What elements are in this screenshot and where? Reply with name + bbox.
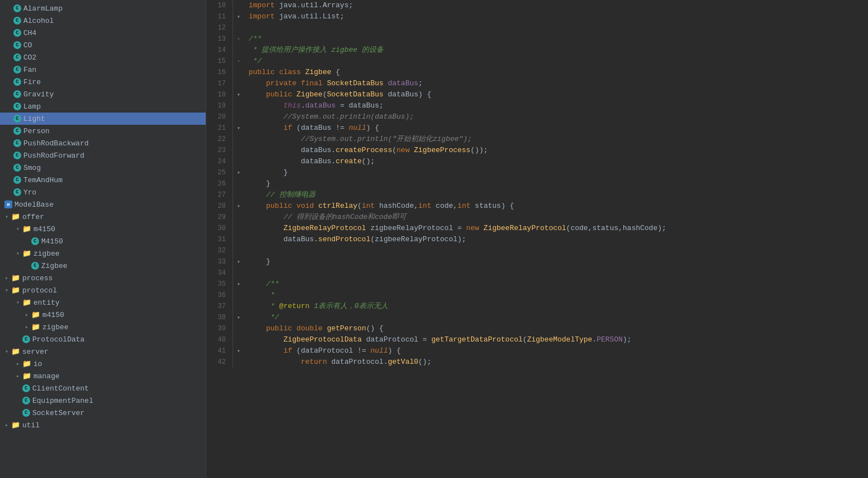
code-line-34: 34 xyxy=(206,267,868,279)
folder-icon: 📁 xyxy=(31,310,40,319)
tree-item-protocol[interactable]: 📁 protocol xyxy=(0,284,206,296)
tree-item-zigbee-folder[interactable]: 📁 zigbee xyxy=(0,247,206,260)
code-line-12: 12 xyxy=(206,22,868,33)
tree-label: ClientContent xyxy=(32,384,89,393)
tree-item-m4150-class[interactable]: C M4150 xyxy=(0,235,206,247)
class-icon: C xyxy=(13,90,21,98)
code-content: /** xyxy=(244,33,868,45)
line-number: 25 xyxy=(206,167,233,178)
chevron-right-icon xyxy=(2,421,11,430)
code-line-11: 11 ▾ import java.util.List; xyxy=(206,11,868,22)
file-tree[interactable]: C AlarmLamp C Alcohol C CH4 C CO C CO2 C… xyxy=(0,0,206,478)
fold-gutter[interactable]: ▾ xyxy=(233,123,244,134)
tree-item-co[interactable]: C CO xyxy=(0,39,206,51)
fold-gutter[interactable]: ▾ xyxy=(233,312,244,323)
tree-item-smog[interactable]: C Smog xyxy=(0,162,206,174)
code-content: public class Zigbee { xyxy=(244,67,868,78)
tree-item-util[interactable]: 📁 util xyxy=(0,419,206,431)
code-line-22: 22 //System.out.println("开始初始化zigbee"); xyxy=(206,134,868,145)
fold-gutter xyxy=(233,22,244,33)
code-line-36: 36 * xyxy=(206,290,868,301)
tree-item-light[interactable]: C Light xyxy=(0,113,206,125)
line-number: 38 xyxy=(206,312,233,323)
chevron-down-icon xyxy=(13,225,22,233)
code-line-14: 14 * 提供给用户操作接入 zigbee 的设备 xyxy=(206,45,868,56)
code-line-19: 19 this.dataBus = dataBus; xyxy=(206,100,868,111)
tree-item-yro[interactable]: C Yro xyxy=(0,186,206,198)
tree-item-process[interactable]: 📁 process xyxy=(0,272,206,284)
tree-item-m4150-entity[interactable]: 📁 m4150 xyxy=(0,309,206,321)
fold-gutter xyxy=(233,301,244,312)
class-icon: C xyxy=(13,17,21,25)
code-line-41: 41 ▾ if (dataProtocol != null) { xyxy=(206,345,868,357)
code-editor[interactable]: 10 import java.util.Arrays; 11 ▾ import … xyxy=(206,0,868,478)
tree-item-io[interactable]: 📁 io xyxy=(0,358,206,370)
fold-gutter xyxy=(233,189,244,201)
tree-item-fire[interactable]: C Fire xyxy=(0,76,206,88)
code-content: // 得到设备的hashCode和code即可 xyxy=(244,212,868,223)
chevron-down-icon xyxy=(13,298,22,307)
code-content: * xyxy=(244,290,868,301)
fold-gutter[interactable]: ▾ xyxy=(233,279,244,290)
tree-label: io xyxy=(33,360,42,368)
tree-item-co2[interactable]: C CO2 xyxy=(0,51,206,64)
tree-item-socketserver[interactable]: C SocketServer xyxy=(0,407,206,419)
fold-gutter[interactable]: ▾ xyxy=(233,11,244,22)
tree-item-alcohol[interactable]: C Alcohol xyxy=(0,14,206,27)
class-icon: C xyxy=(13,115,21,123)
line-number: 31 xyxy=(206,234,233,245)
tree-label: zigbee xyxy=(33,250,60,258)
code-content: import java.util.List; xyxy=(244,11,868,22)
tree-item-temandhum[interactable]: C TemAndHum xyxy=(0,174,206,186)
tree-item-modelbase[interactable]: M ModelBase xyxy=(0,198,206,211)
chevron-down-icon xyxy=(2,347,11,356)
tree-item-zigbee-class[interactable]: C Zigbee xyxy=(0,260,206,272)
tree-label: Light xyxy=(23,115,45,123)
tree-label: offer xyxy=(22,213,44,221)
tree-item-entity[interactable]: 📁 entity xyxy=(0,296,206,309)
code-line-30: 30 ZigbeeRelayProtocol zigbeeRelayProtoc… xyxy=(206,223,868,234)
fold-gutter[interactable]: ▾ xyxy=(233,201,244,212)
tree-item-ch4[interactable]: C CH4 xyxy=(0,27,206,39)
fold-gutter xyxy=(233,111,244,123)
class-icon: C xyxy=(22,397,30,404)
tree-label: manage xyxy=(33,372,60,381)
tree-item-person[interactable]: C Person xyxy=(0,125,206,137)
fold-gutter[interactable]: ▾ xyxy=(233,89,244,100)
fold-gutter[interactable]: ▾ xyxy=(233,256,244,267)
tree-item-clientcontent[interactable]: C ClientContent xyxy=(0,382,206,394)
chevron-down-icon xyxy=(2,212,11,221)
fold-gutter[interactable]: ▾ xyxy=(233,345,244,357)
tree-item-offer[interactable]: 📁 offer xyxy=(0,211,206,223)
tree-item-pushrodforward[interactable]: C PushRodForward xyxy=(0,149,206,162)
fold-gutter[interactable]: ▾ xyxy=(233,167,244,178)
tree-item-server[interactable]: 📁 server xyxy=(0,345,206,358)
tree-item-gravity[interactable]: C Gravity xyxy=(0,88,206,100)
line-number: 39 xyxy=(206,323,233,334)
tree-item-pushrodbackward[interactable]: C PushRodBackward xyxy=(0,137,206,149)
line-number: 33 xyxy=(206,256,233,267)
tree-item-fan[interactable]: C Fan xyxy=(0,64,206,76)
folder-icon: 📁 xyxy=(11,212,20,221)
tree-item-equipmentpanel[interactable]: C EquipmentPanel xyxy=(0,394,206,407)
tree-item-alarmlamp[interactable]: C AlarmLamp xyxy=(0,2,206,14)
line-number: 24 xyxy=(206,156,233,167)
tree-item-m4150-folder[interactable]: 📁 m4150 xyxy=(0,223,206,235)
folder-icon: 📁 xyxy=(31,323,40,331)
tree-item-protocoldata[interactable]: C ProtocolData xyxy=(0,333,206,345)
tree-item-zigbee-entity[interactable]: 📁 zigbee xyxy=(0,321,206,333)
code-line-31: 31 dataBus.sendProtocol(zigbeeRelayProto… xyxy=(206,234,868,245)
line-number: 41 xyxy=(206,345,233,357)
tree-label: entity xyxy=(33,299,60,307)
chevron-right-icon xyxy=(13,359,22,368)
line-number: 36 xyxy=(206,290,233,301)
tree-label: CO2 xyxy=(23,53,36,62)
class-icon: C xyxy=(31,237,39,245)
tree-label: m4150 xyxy=(42,311,64,319)
tree-item-manage[interactable]: 📁 manage xyxy=(0,370,206,382)
chevron-right-icon xyxy=(22,310,31,319)
class-icon: C xyxy=(22,384,30,392)
fold-gutter xyxy=(233,45,244,56)
class-icon: C xyxy=(13,176,21,184)
tree-item-lamp[interactable]: C Lamp xyxy=(0,100,206,113)
